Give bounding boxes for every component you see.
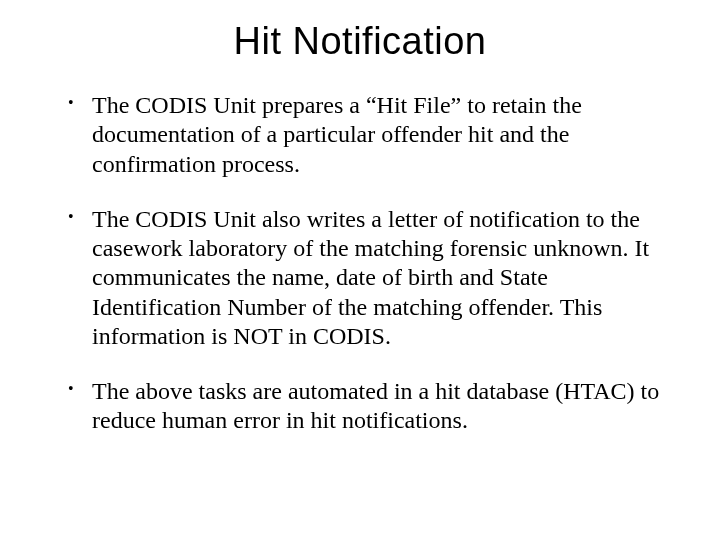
slide-title: Hit Notification <box>0 20 720 63</box>
list-item: The CODIS Unit also writes a letter of n… <box>60 205 660 351</box>
list-item: The above tasks are automated in a hit d… <box>60 377 660 436</box>
bullet-list: The CODIS Unit prepares a “Hit File” to … <box>0 91 720 436</box>
list-item: The CODIS Unit prepares a “Hit File” to … <box>60 91 660 179</box>
